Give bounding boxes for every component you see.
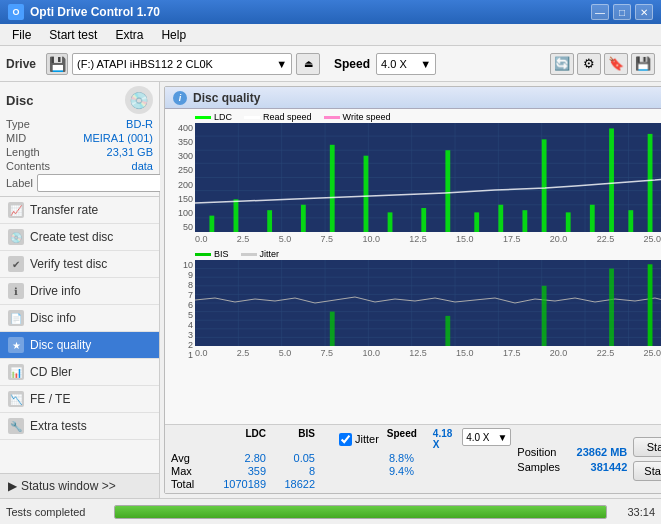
by-10: 10 (167, 260, 195, 270)
menu-file[interactable]: File (4, 26, 39, 44)
svg-rect-27 (498, 205, 503, 232)
nav-create-test-disc[interactable]: 💿 Create test disc (0, 224, 159, 251)
nav-transfer-rate[interactable]: 📈 Transfer rate (0, 197, 159, 224)
start-full-button[interactable]: Start full (633, 437, 661, 457)
eject-button[interactable]: ⏏ (296, 53, 320, 75)
chevron-down-icon: ▼ (276, 58, 287, 70)
time-display: 33:14 (615, 506, 655, 518)
svg-rect-32 (609, 128, 614, 232)
stats-max-row: Max 359 8 9.4% (171, 465, 511, 477)
stats-speed-chevron-icon: ▼ (497, 432, 507, 443)
minimize-button[interactable]: — (591, 4, 609, 20)
close-button[interactable]: ✕ (635, 4, 653, 20)
title-bar-left: O Opti Drive Control 1.70 (8, 4, 160, 20)
jitter-check-label: Jitter (355, 433, 379, 445)
stats-avg-row: Avg 2.80 0.05 8.8% (171, 452, 511, 464)
nav-extra-tests[interactable]: 🔧 Extra tests (0, 413, 159, 440)
svg-rect-30 (566, 212, 571, 232)
drive-dropdown[interactable]: (F:) ATAPI iHBS112 2 CL0K ▼ (72, 53, 292, 75)
dq-header: i Disc quality (165, 87, 661, 109)
disc-quality-panel: i Disc quality LDC Read speed (164, 86, 661, 494)
status-bar: Tests completed 33:14 (0, 498, 661, 524)
position-value: 23862 MB (577, 446, 628, 458)
disc-length-label: Length (6, 146, 40, 158)
bx-15: 15.0 (456, 348, 474, 358)
by-6: 6 (167, 300, 195, 310)
disc-contents-label: Contents (6, 160, 50, 172)
speed-value: 4.0 X (381, 58, 407, 70)
menu-help[interactable]: Help (153, 26, 194, 44)
svg-rect-57 (542, 286, 547, 346)
progress-bar-fill (115, 506, 606, 518)
stats-max-gap (319, 465, 335, 477)
stats-speed-dropdown-value: 4.0 X (466, 432, 489, 443)
jitter-color (241, 253, 257, 256)
status-window-button[interactable]: ▶ Status window >> (0, 473, 159, 498)
bis-color (195, 253, 211, 256)
bottom-y-left-axis: 10 9 8 7 6 5 4 3 2 1 (167, 260, 195, 346)
drive-label: Drive (6, 57, 36, 71)
chevron-down-speed-icon: ▼ (420, 58, 431, 70)
y-label-300: 300 (167, 151, 195, 161)
nav-drive-info[interactable]: ℹ Drive info (0, 278, 159, 305)
svg-rect-20 (301, 205, 306, 232)
stats-speed-dropdown[interactable]: 4.0 X ▼ (462, 428, 511, 446)
stats-total-row: Total 1070189 18622 (171, 478, 511, 490)
drive-value: (F:) ATAPI iHBS112 2 CL0K (77, 58, 213, 70)
nav-extra-tests-label: Extra tests (30, 419, 87, 433)
speed-dropdown[interactable]: 4.0 X ▼ (376, 53, 436, 75)
nav-disc-info[interactable]: 📄 Disc info (0, 305, 159, 332)
app-title: Opti Drive Control 1.70 (30, 5, 160, 19)
nav-cd-bler[interactable]: 📊 CD Bler (0, 359, 159, 386)
x-25-gb: 25.0 GB (644, 234, 661, 244)
drive-select: 💾 (F:) ATAPI iHBS112 2 CL0K ▼ ⏏ (46, 53, 320, 75)
top-chart-svg (195, 123, 661, 232)
write-speed-color (324, 116, 340, 119)
bottom-chart-area (195, 260, 661, 346)
ldc-label: LDC (214, 112, 232, 122)
disc-section: Disc 💿 Type BD-R MID MEIRA1 (001) Length… (0, 82, 159, 197)
bottom-x-axis: 0.0 2.5 5.0 7.5 10.0 12.5 15.0 17.5 20.0… (195, 346, 661, 360)
nav-disc-info-label: Disc info (30, 311, 76, 325)
write-speed-legend: Write speed (324, 112, 391, 122)
toolbar-bookmark-button[interactable]: 🔖 (604, 53, 628, 75)
top-chart-legend: LDC Read speed Write speed (167, 111, 661, 123)
nav-transfer-rate-label: Transfer rate (30, 203, 98, 217)
disc-mid-label: MID (6, 132, 26, 144)
start-part-button[interactable]: Start part (633, 461, 661, 481)
fe-te-icon: 📉 (8, 391, 24, 407)
menu-start-test[interactable]: Start test (41, 26, 105, 44)
stats-total-bis: 18622 (270, 478, 315, 490)
create-test-disc-icon: 💿 (8, 229, 24, 245)
svg-rect-25 (445, 150, 450, 232)
menu-extra[interactable]: Extra (107, 26, 151, 44)
x-0: 0.0 (195, 234, 208, 244)
svg-rect-21 (330, 145, 335, 232)
speed-label: Speed (334, 57, 370, 71)
toolbar-save-button[interactable]: 💾 (631, 53, 655, 75)
x-17-5: 17.5 (503, 234, 521, 244)
status-window-label: Status window >> (21, 479, 116, 493)
svg-rect-23 (388, 212, 393, 232)
nav-verify-test-disc[interactable]: ✔ Verify test disc (0, 251, 159, 278)
samples-value: 381442 (591, 461, 628, 473)
maximize-button[interactable]: □ (613, 4, 631, 20)
nav-fe-te[interactable]: 📉 FE / TE (0, 386, 159, 413)
nav-disc-quality[interactable]: ★ Disc quality (0, 332, 159, 359)
by-2: 2 (167, 340, 195, 350)
disc-label-row: Label 🔍 (6, 174, 153, 192)
y-label-50: 50 (167, 222, 195, 232)
svg-rect-31 (590, 205, 595, 232)
jitter-checkbox[interactable] (339, 433, 352, 446)
by-3: 3 (167, 330, 195, 340)
bis-label: BIS (214, 249, 229, 259)
disc-header: Disc 💿 (6, 86, 153, 114)
read-speed-legend: Read speed (244, 112, 312, 122)
bis-legend: BIS (195, 249, 229, 259)
stats-total-label: Total (171, 478, 207, 490)
action-buttons: Start full Start part (633, 437, 661, 481)
toolbar-settings-button[interactable]: ⚙ (577, 53, 601, 75)
by-4: 4 (167, 320, 195, 330)
jitter-checkbox-area: Jitter (339, 428, 379, 450)
toolbar-refresh-button[interactable]: 🔄 (550, 53, 574, 75)
